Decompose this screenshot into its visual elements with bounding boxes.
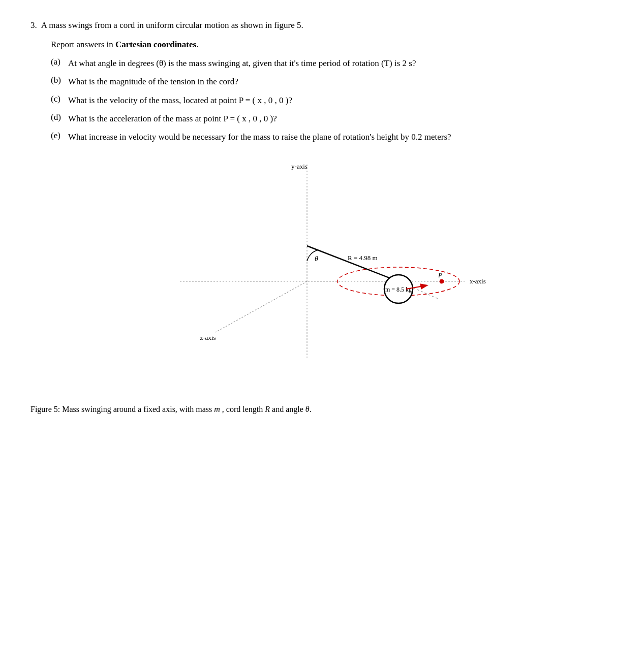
- point-P-dot: [440, 279, 444, 283]
- part-c: (c) What is the velocity of the mass, lo…: [51, 94, 614, 107]
- x-axis-label: x-axis: [470, 277, 486, 285]
- figure-diagram: y-axis x-axis z-axis θ R = 4.98 m: [149, 159, 495, 373]
- report-label: Report answers in: [51, 40, 113, 49]
- part-b-label: (b): [51, 75, 65, 88]
- figure-caption: Figure 5: Mass swinging around a fixed a…: [30, 403, 614, 416]
- part-b: (b) What is the magnitude of the tension…: [51, 75, 614, 88]
- figure-container: y-axis x-axis z-axis θ R = 4.98 m: [149, 159, 495, 373]
- part-a: (a) At what angle in degrees (θ) is the …: [51, 57, 614, 70]
- part-e-label: (e): [51, 131, 65, 144]
- caption-R: R: [265, 405, 270, 413]
- y-axis-label: y-axis: [291, 163, 308, 170]
- problem-container: 3. A mass swings from a cord in uniform …: [30, 20, 614, 30]
- point-P-label: P: [438, 271, 442, 279]
- report-line: Report answers in Cartesian coordinates.: [51, 40, 614, 50]
- caption-text: Mass swinging around a fixed axis, with …: [62, 405, 212, 413]
- caption-m: m: [214, 405, 220, 413]
- mass-label: m = 8.5 kg: [385, 286, 411, 293]
- part-c-label: (c): [51, 94, 65, 107]
- z-axis-label: z-axis: [200, 334, 216, 341]
- problem-number-label: 3.: [30, 20, 37, 30]
- part-a-label: (a): [51, 57, 65, 70]
- part-e: (e) What increase in velocity would be n…: [51, 131, 614, 144]
- caption-theta: θ: [305, 405, 310, 413]
- caption-end: and angle: [272, 405, 303, 413]
- radius-label: R = 4.98 m: [348, 254, 378, 262]
- z-axis-line: [216, 281, 307, 332]
- report-end: .: [196, 40, 198, 49]
- part-d: (d) What is the acceleration of the mass…: [51, 112, 614, 125]
- report-bold: Cartesian coordinates: [115, 40, 196, 49]
- part-d-text: What is the acceleration of the mass at …: [68, 112, 614, 125]
- caption-middle: , cord length: [222, 405, 263, 413]
- cord-line: [307, 246, 398, 281]
- part-a-text: At what angle in degrees (θ) is the mass…: [68, 57, 614, 70]
- part-d-label: (d): [51, 112, 65, 125]
- part-c-text: What is the velocity of the mass, locate…: [68, 94, 614, 107]
- problem-intro: A mass swings from a cord in uniform cir…: [41, 20, 303, 30]
- part-b-text: What is the magnitude of the tension in …: [68, 75, 614, 88]
- theta-label-diagram: θ: [315, 255, 318, 263]
- part-e-text: What increase in velocity would be neces…: [68, 131, 614, 144]
- caption-dot: .: [310, 405, 312, 413]
- caption-prefix: Figure 5:: [30, 405, 60, 413]
